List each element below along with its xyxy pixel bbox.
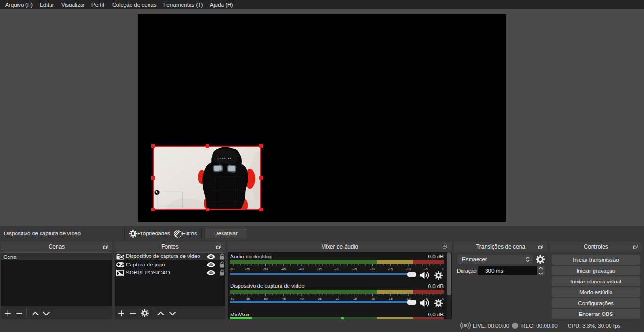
- svg-text:-60: -60: [230, 297, 234, 300]
- svg-text:-10: -10: [406, 267, 411, 271]
- svg-text:-30: -30: [334, 297, 339, 300]
- svg-text:-40: -40: [299, 297, 304, 300]
- svg-text:-30: -30: [334, 267, 339, 271]
- svg-text:-50: -50: [263, 297, 268, 300]
- svg-text:-60: -60: [230, 267, 234, 271]
- svg-text:-20: -20: [370, 267, 375, 271]
- svg-text:-50: -50: [263, 267, 268, 271]
- svg-text:-45: -45: [281, 297, 286, 300]
- svg-text:-20: -20: [370, 297, 375, 300]
- svg-text:-40: -40: [299, 267, 304, 271]
- svg-text:-55: -55: [245, 297, 250, 300]
- svg-text:-25: -25: [352, 267, 357, 271]
- svg-text:0: 0: [442, 267, 444, 271]
- svg-text:-35: -35: [317, 297, 322, 300]
- svg-text:-15: -15: [388, 297, 393, 300]
- svg-text:-25: -25: [352, 297, 357, 300]
- svg-text:-5: -5: [425, 267, 428, 271]
- svg-text:-55: -55: [245, 267, 250, 271]
- svg-text:-15: -15: [388, 267, 393, 271]
- svg-text:-45: -45: [281, 267, 286, 271]
- svg-text:-35: -35: [317, 267, 322, 271]
